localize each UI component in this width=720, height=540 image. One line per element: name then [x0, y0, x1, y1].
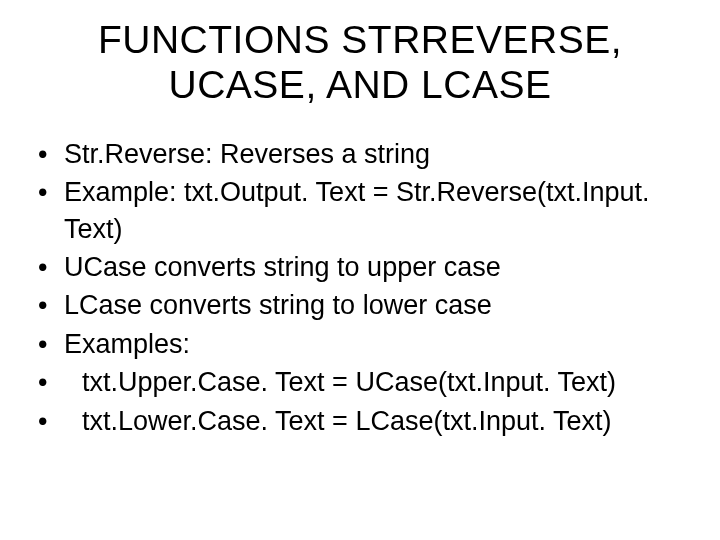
bullet-text: Str.Reverse: Reverses a string: [64, 136, 692, 172]
bullet-text: txt.Upper.Case. Text = UCase(txt.Input. …: [64, 364, 692, 400]
bullet-icon: •: [36, 403, 64, 439]
list-item: • Examples:: [36, 326, 692, 362]
list-item: • Example: txt.Output. Text = Str.Revers…: [36, 174, 692, 247]
bullet-text: Example: txt.Output. Text = Str.Reverse(…: [64, 174, 692, 247]
list-item: • txt.Lower.Case. Text = LCase(txt.Input…: [36, 403, 692, 439]
slide-title: FUNCTIONS STRREVERSE, UCASE, AND LCASE: [28, 18, 692, 108]
bullet-list: • Str.Reverse: Reverses a string • Examp…: [28, 136, 692, 440]
bullet-icon: •: [36, 326, 64, 362]
bullet-icon: •: [36, 364, 64, 400]
list-item: • UCase converts string to upper case: [36, 249, 692, 285]
bullet-text: Examples:: [64, 326, 692, 362]
bullet-icon: •: [36, 174, 64, 210]
list-item: • Str.Reverse: Reverses a string: [36, 136, 692, 172]
bullet-text: LCase converts string to lower case: [64, 287, 692, 323]
list-item: • txt.Upper.Case. Text = UCase(txt.Input…: [36, 364, 692, 400]
bullet-icon: •: [36, 249, 64, 285]
bullet-text: txt.Lower.Case. Text = LCase(txt.Input. …: [64, 403, 692, 439]
list-item: • LCase converts string to lower case: [36, 287, 692, 323]
bullet-icon: •: [36, 287, 64, 323]
bullet-icon: •: [36, 136, 64, 172]
bullet-text: UCase converts string to upper case: [64, 249, 692, 285]
